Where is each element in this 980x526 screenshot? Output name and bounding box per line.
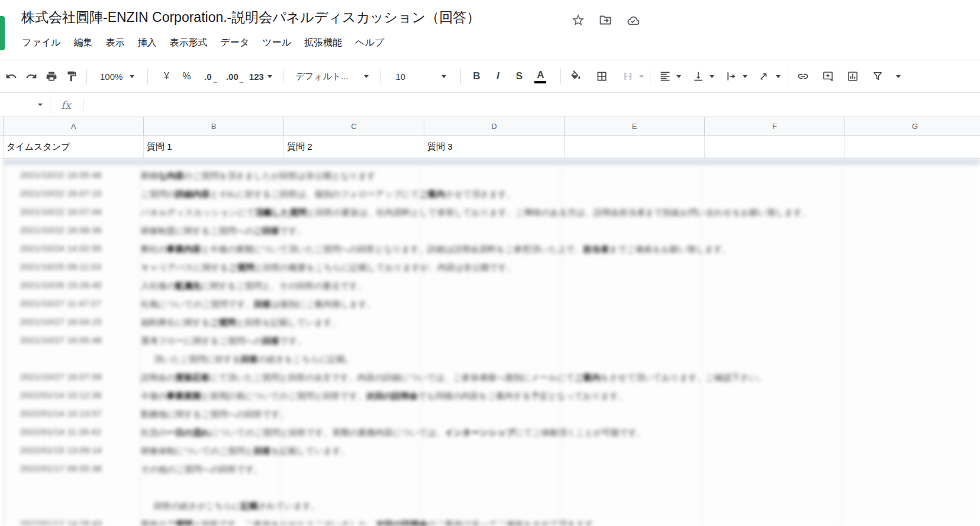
undo-button[interactable] — [1, 66, 21, 86]
frozen-row-divider — [4, 159, 980, 165]
merge-cells-icon — [622, 70, 634, 82]
blurred-row[interactable]: 2021/10/27 11:47:27社風についてのご質問です。回答は個別にご案… — [4, 295, 980, 314]
fill-color-button[interactable] — [566, 66, 586, 86]
blurred-row[interactable]: 2021/10/27 16:04:15福利厚生に関するご質問と回答を記載していま… — [4, 314, 980, 332]
insert-chart-button[interactable] — [843, 66, 863, 86]
chevron-down-icon — [710, 75, 714, 78]
horizontal-align-icon-wrap — [655, 66, 675, 86]
menu-file[interactable]: ファイル — [22, 37, 61, 49]
cell-f1[interactable] — [705, 135, 845, 158]
horizontal-align-menu[interactable] — [655, 66, 681, 86]
move-folder-button[interactable] — [598, 12, 613, 28]
font-family-menu[interactable]: デフォルト... — [288, 66, 376, 86]
blurred-text: パネルディスカッションにて頂戴した質問と回答の要旨は、社内資料として保管しており… — [141, 207, 810, 218]
blurred-row[interactable]: 2021/10/25 09:11:03キャリアパスに関するご質問と回答の概要をこ… — [4, 259, 980, 277]
document-title[interactable]: 株式会社圓陣-ENZIN Corporation.-説明会パネルディスカッション… — [21, 8, 480, 27]
star-icon — [571, 13, 585, 27]
menu-extensions[interactable]: 拡張機能 — [304, 37, 342, 49]
blurred-row[interactable]: 2021/10/22 16:05:46斯様な内容のご質問を頂きましたが回答は非公… — [4, 167, 980, 185]
blurred-row[interactable] — [4, 479, 980, 497]
menu-insert[interactable]: 挿入 — [138, 37, 157, 49]
name-box[interactable] — [0, 93, 50, 117]
blurred-row[interactable]: 2022/01/14 10:12:36今後の事業展開と採用計画についてのご質問と… — [4, 387, 980, 405]
bold-button[interactable]: B — [466, 66, 487, 86]
format-currency-button[interactable]: ¥ — [156, 66, 176, 86]
blurred-row[interactable]: 2021/10/26 15:26:40入社後の配属先に関するご質問と、その回答の… — [4, 277, 980, 295]
blurred-row[interactable]: 2021/10/22 16:08:36研修制度に関するご質問へのご回答です。 — [4, 222, 980, 240]
blurred-row[interactable]: 2021/10/22 16:07:44パネルディスカッションにて頂戴した質問と回… — [4, 204, 980, 222]
insert-link-button[interactable] — [793, 66, 813, 86]
cell-g1[interactable] — [845, 135, 980, 158]
column-header-b[interactable]: B — [144, 117, 284, 135]
create-filter-button[interactable] — [868, 66, 888, 86]
cell-d1[interactable]: 質問 3 — [424, 135, 565, 158]
blurred-row[interactable]: 2021/10/22 16:07:15ご質問の詳細内容とそれに対するご回答は、個… — [4, 185, 980, 204]
blurred-row[interactable]: 2022/01/15 13:09:14研修体制についてのご質問と回答を記載してい… — [4, 442, 980, 460]
blurred-row[interactable]: 2022/01/17 09:55:38その他のご質問への回答です。 — [4, 460, 980, 479]
blurred-response-rows[interactable]: 2021/10/22 16:05:46斯様な内容のご質問を頂きましたが回答は非公… — [4, 159, 980, 526]
italic-button[interactable]: I — [487, 66, 508, 86]
cell-a1[interactable]: タイムスタンプ — [4, 135, 144, 158]
insert-comment-button[interactable] — [818, 66, 838, 86]
blurred-row[interactable]: 2022/01/17 14:28:43最終のご質問と回答です。ご参加ありがとうご… — [4, 515, 980, 526]
redo-button[interactable] — [21, 66, 41, 86]
menu-edit[interactable]: 編集 — [74, 37, 93, 49]
text-wrap-icon — [726, 70, 737, 82]
menu-view[interactable]: 表示 — [106, 37, 125, 49]
column-header-a[interactable]: A — [4, 117, 144, 135]
decrease-decimal-button[interactable]: .0 ← — [196, 66, 219, 86]
menu-help[interactable]: ヘルプ — [355, 37, 384, 49]
blurred-timestamp: 2022/01/14 11:26:42 — [20, 427, 101, 437]
text-wrap-menu[interactable] — [721, 66, 747, 86]
paint-format-icon — [66, 70, 78, 82]
formula-bar: fx — [0, 93, 980, 117]
blurred-row[interactable]: 回答の続きがこちらに記載されています。 — [4, 497, 980, 515]
insert-link-icon — [797, 70, 809, 82]
menu-tools[interactable]: ツール — [262, 37, 291, 49]
strikethrough-button[interactable]: S — [508, 66, 530, 86]
print-button[interactable] — [41, 66, 62, 86]
blurred-row[interactable]: 2022/01/14 10:13:57勤務地に関するご質問への回答です。 — [4, 405, 980, 424]
text-color-button[interactable]: A — [530, 66, 551, 86]
blurred-text: 説明会の質疑応答にて頂いたご質問と回答の全文です。内容の詳細については、ご参加者… — [141, 372, 766, 383]
formula-input[interactable] — [83, 93, 980, 117]
blurred-row[interactable]: 2021/10/24 14:02:55弊社の事業内容と今後の展開について頂いたご… — [4, 240, 980, 259]
borders-button[interactable] — [592, 66, 612, 86]
format-percent-button[interactable]: % — [176, 66, 196, 86]
cloud-status-button[interactable] — [625, 12, 640, 28]
vertical-align-menu[interactable] — [688, 66, 714, 86]
blurred-text: 福利厚生に関するご質問と回答を記載しています。 — [141, 317, 340, 328]
move-folder-icon — [598, 13, 612, 27]
column-header-e[interactable]: E — [565, 117, 705, 135]
blurred-row[interactable]: 頂いたご質問に対する回答の続きをこちらに記載。 — [4, 350, 980, 369]
cell-c1[interactable]: 質問 2 — [284, 135, 424, 158]
percent-label: % — [182, 71, 191, 82]
blurred-row[interactable]: 2021/10/27 16:05:48選考フローに関するご質問への回答です。 — [4, 332, 980, 350]
column-header-g[interactable]: G — [845, 117, 980, 135]
blurred-text: 最終のご質問と回答です。ご参加ありがとうございました。次回の説明会のご案内は追っ… — [141, 519, 602, 526]
more-formats-button[interactable]: 123 — [245, 66, 276, 86]
column-header-c[interactable]: C — [284, 117, 424, 135]
merge-cells-button — [618, 66, 638, 86]
column-header-f[interactable]: F — [705, 117, 845, 135]
column-header-d[interactable]: D — [424, 117, 565, 135]
cell-b1[interactable]: 質問 1 — [144, 135, 284, 158]
menu-data[interactable]: データ — [221, 37, 250, 49]
zoom-menu[interactable]: 100% — [92, 66, 143, 86]
paint-format-button[interactable] — [62, 66, 82, 86]
menu-format[interactable]: 表示形式 — [170, 37, 208, 49]
font-size-menu[interactable]: 10 — [386, 66, 456, 86]
star-button[interactable] — [570, 12, 586, 28]
chevron-down-icon — [676, 75, 681, 78]
menubar: ファイル 編集 表示 挿入 表示形式 データ ツール 拡張機能 ヘルプ — [22, 37, 384, 49]
more-formats-label: 123 — [249, 72, 264, 82]
filter-views-chevron-icon[interactable] — [896, 75, 901, 78]
undo-icon — [5, 70, 17, 82]
increase-decimal-button[interactable]: .00 → — [219, 66, 245, 86]
merge-cells-group — [618, 66, 644, 86]
cell-e1[interactable] — [565, 135, 705, 158]
blurred-row[interactable]: 2022/01/14 11:26:42社員の一日の流れについてのご質問と回答です… — [4, 424, 980, 442]
text-rotation-menu[interactable] — [755, 66, 781, 86]
blurred-row[interactable]: 2021/10/27 16:07:59説明会の質疑応答にて頂いたご質問と回答の全… — [4, 369, 980, 387]
arrow-right-icon: → — [238, 78, 244, 85]
